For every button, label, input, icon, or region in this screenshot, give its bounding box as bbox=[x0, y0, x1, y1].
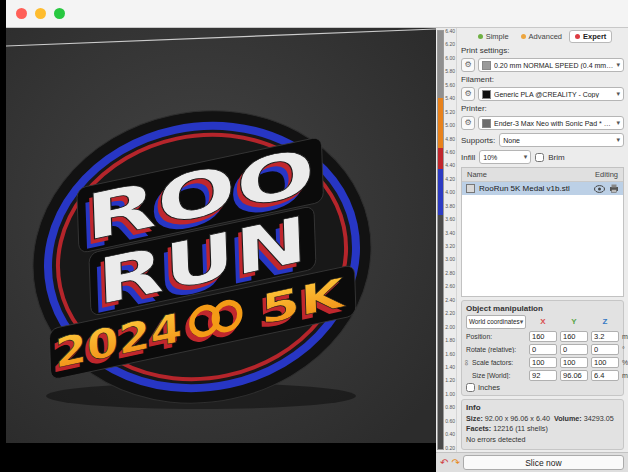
object-row[interactable]: RooRun 5K Medal v1b.stl bbox=[462, 182, 623, 195]
inches-label: Inches bbox=[478, 383, 500, 392]
supports-label: Supports: bbox=[461, 136, 495, 145]
layer-slider[interactable]: 6.406.206.005.805.605.405.205.004.804.60… bbox=[436, 28, 457, 452]
tab-expert[interactable]: Expert bbox=[569, 30, 612, 43]
position-z-input[interactable] bbox=[591, 331, 619, 342]
ruler-tick-label: 6.00 bbox=[445, 56, 455, 61]
print-settings-select[interactable]: 0.20 mm NORMAL SPEED (0.4 mm nozzle) @CR… bbox=[478, 58, 624, 72]
ruler-tick-label: 2.00 bbox=[445, 325, 455, 330]
scale-y-input[interactable] bbox=[560, 357, 588, 368]
ruler-tick-label: 1.80 bbox=[445, 338, 455, 343]
ruler-tick-label: 0.40 bbox=[445, 432, 455, 437]
filament-edit-button[interactable]: ⚙ bbox=[461, 87, 475, 101]
rotate-label: Rotate (relative): bbox=[466, 346, 526, 353]
infill-value: 10% bbox=[483, 154, 520, 161]
rotate-x-input[interactable] bbox=[529, 344, 557, 355]
size-x-input[interactable] bbox=[529, 370, 557, 381]
ruler-tick-label: 5.80 bbox=[445, 69, 455, 74]
simple-dot-icon bbox=[478, 34, 483, 39]
supports-select[interactable]: None ▾ bbox=[499, 133, 624, 147]
ruler-tick-label: 0.60 bbox=[445, 419, 455, 424]
close-button[interactable] bbox=[16, 8, 27, 19]
infill-select[interactable]: 10% ▾ bbox=[479, 150, 531, 164]
ruler-tick-label: 0.20 bbox=[445, 446, 455, 451]
ruler-tick-label: 2.20 bbox=[445, 311, 455, 316]
printer-edit-button[interactable]: ⚙ bbox=[461, 116, 475, 130]
gear-icon: ⚙ bbox=[464, 60, 471, 69]
ruler-tick-label: 3.60 bbox=[445, 217, 455, 222]
object-name: RooRun 5K Medal v1b.stl bbox=[479, 184, 590, 193]
position-y-input[interactable] bbox=[560, 331, 588, 342]
printer-select[interactable]: Ender-3 Max Neo with Sonic Pad * Crealit… bbox=[478, 116, 624, 130]
tab-simple[interactable]: Simple bbox=[473, 31, 514, 42]
printer-icon bbox=[482, 119, 491, 128]
mode-tabs: Simple Advanced Expert bbox=[461, 30, 624, 43]
ruler-tick-label: 3.40 bbox=[445, 231, 455, 236]
settings-panel: 6.406.206.005.805.605.405.205.004.804.60… bbox=[436, 28, 628, 472]
bottom-bar: ↶ ↷ Slice now bbox=[436, 452, 628, 472]
ruler-tick-label: 2.80 bbox=[445, 271, 455, 276]
rotate-y-input[interactable] bbox=[560, 344, 588, 355]
volume-info-value: 34293.05 bbox=[584, 414, 614, 423]
axis-x-label: X bbox=[529, 317, 557, 326]
screen: { "mode_tabs": { "items": [ {"label": "S… bbox=[0, 0, 628, 472]
size-unit: mm bbox=[622, 372, 628, 379]
redo-icon[interactable]: ↷ bbox=[451, 458, 459, 468]
rotate-z-input[interactable] bbox=[591, 344, 619, 355]
chevron-down-icon: ▾ bbox=[616, 61, 620, 69]
ruler-tick-label: 2.40 bbox=[445, 298, 455, 303]
brim-checkbox[interactable] bbox=[535, 153, 544, 162]
chevron-down-icon: ▾ bbox=[524, 153, 528, 161]
position-x-input[interactable] bbox=[529, 331, 557, 342]
rotate-unit: ° bbox=[622, 346, 628, 353]
infill-label: Infill bbox=[461, 153, 475, 162]
tab-advanced-label: Advanced bbox=[529, 32, 562, 41]
3d-viewport[interactable]: ROO ROO ROO RUN RUN RUN 2024 2024 5K bbox=[6, 28, 436, 443]
column-name: Name bbox=[467, 170, 487, 179]
size-label: Size [World]: bbox=[466, 372, 526, 379]
filament-select[interactable]: Generic PLA @CREALITY - Copy ▾ bbox=[478, 87, 624, 101]
tab-advanced[interactable]: Advanced bbox=[516, 31, 567, 42]
scale-x-input[interactable] bbox=[529, 357, 557, 368]
ruler-tick-label: 4.60 bbox=[445, 150, 455, 155]
facets-info-value: 12216 (11 shells) bbox=[493, 424, 548, 433]
supports-value: None bbox=[503, 137, 613, 144]
zoom-button[interactable] bbox=[54, 8, 65, 19]
minimize-button[interactable] bbox=[35, 8, 46, 19]
axis-z-label: Z bbox=[591, 317, 619, 326]
ruler-tick-label: 1.20 bbox=[445, 378, 455, 383]
coordinates-select[interactable]: World coordinates ▾ bbox=[466, 315, 526, 329]
chevron-down-icon: ▾ bbox=[616, 90, 620, 98]
facets-info-label: Facets: bbox=[466, 424, 491, 433]
ruler-tick-label: 1.00 bbox=[445, 392, 455, 397]
window-titlebar bbox=[6, 0, 628, 28]
size-z-input[interactable] bbox=[591, 370, 619, 381]
info-title: Info bbox=[466, 403, 619, 412]
ruler-tick-label: 2.60 bbox=[445, 284, 455, 289]
ruler-tick-label: 4.80 bbox=[445, 137, 455, 142]
advanced-dot-icon bbox=[521, 34, 526, 39]
printer-label: Printer: bbox=[461, 104, 624, 113]
coordinates-value: World coordinates bbox=[469, 318, 520, 325]
scale-lock-icon[interactable]: ∞ bbox=[462, 359, 471, 365]
chevron-down-icon: ▾ bbox=[616, 136, 620, 144]
undo-icon[interactable]: ↶ bbox=[440, 458, 448, 468]
size-y-input[interactable] bbox=[560, 370, 588, 381]
ruler-tick-label: 3.20 bbox=[445, 244, 455, 249]
eye-icon[interactable] bbox=[594, 185, 605, 193]
scale-label: Scale factors: bbox=[466, 359, 526, 366]
brim-label: Brim bbox=[548, 153, 564, 162]
object-list: Name Editing RooRun 5K Medal v1b.stl bbox=[461, 167, 624, 297]
slice-now-button[interactable]: Slice now bbox=[463, 455, 624, 470]
model-canvas: ROO ROO ROO RUN RUN RUN 2024 2024 5K bbox=[6, 28, 436, 443]
panel-content: Simple Advanced Expert Print settings: ⚙… bbox=[457, 28, 628, 452]
object-list-empty-area[interactable] bbox=[462, 195, 623, 296]
tab-simple-label: Simple bbox=[486, 32, 509, 41]
info-box: Info Size: 92.00 x 96.06 x 6.40 Volume: … bbox=[461, 399, 624, 450]
errors-status: No errors detected bbox=[466, 435, 526, 446]
axis-y-label: Y bbox=[560, 317, 588, 326]
print-settings-edit-button[interactable]: ⚙ bbox=[461, 58, 475, 72]
scale-z-input[interactable] bbox=[591, 357, 619, 368]
chevron-down-icon: ▾ bbox=[616, 119, 620, 127]
printer-edit-icon[interactable] bbox=[609, 184, 619, 193]
inches-checkbox[interactable] bbox=[466, 383, 475, 392]
